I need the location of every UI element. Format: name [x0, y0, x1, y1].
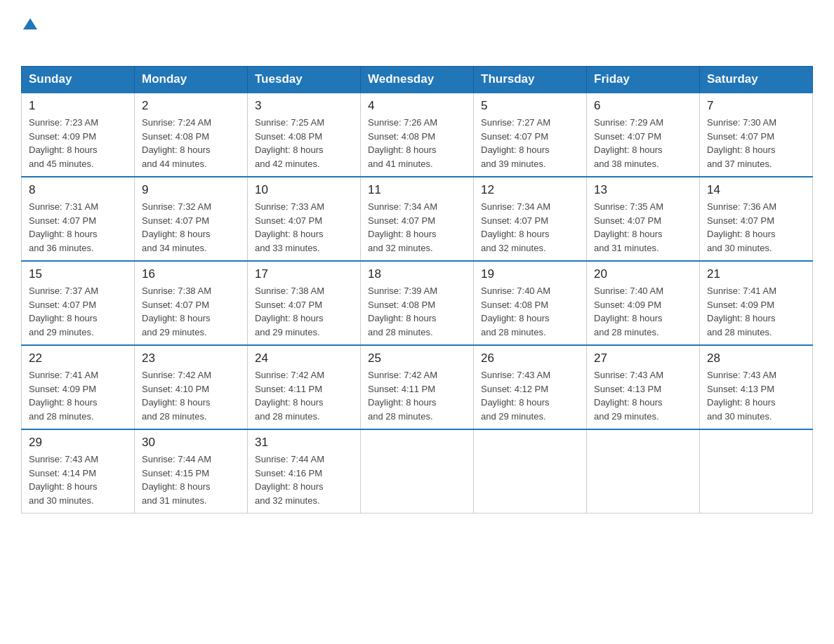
calendar-cell: 30Sunrise: 7:44 AMSunset: 4:15 PMDayligh… — [135, 429, 248, 514]
svg-marker-0 — [23, 18, 37, 29]
calendar-cell: 17Sunrise: 7:38 AMSunset: 4:07 PMDayligh… — [248, 261, 361, 345]
day-number: 29 — [29, 436, 127, 450]
day-number: 6 — [594, 99, 692, 113]
day-info: Sunrise: 7:41 AMSunset: 4:09 PMDaylight:… — [29, 368, 127, 423]
logo — [21, 14, 37, 52]
calendar-cell: 20Sunrise: 7:40 AMSunset: 4:09 PMDayligh… — [587, 261, 700, 345]
logo-triangle-icon — [23, 18, 37, 32]
calendar-cell: 29Sunrise: 7:43 AMSunset: 4:14 PMDayligh… — [22, 429, 135, 514]
calendar-cell: 28Sunrise: 7:43 AMSunset: 4:13 PMDayligh… — [700, 345, 813, 429]
day-info: Sunrise: 7:40 AMSunset: 4:08 PMDaylight:… — [481, 284, 579, 339]
day-info: Sunrise: 7:43 AMSunset: 4:12 PMDaylight:… — [481, 368, 579, 423]
calendar-cell: 21Sunrise: 7:41 AMSunset: 4:09 PMDayligh… — [700, 261, 813, 345]
day-number: 31 — [255, 436, 353, 450]
day-info: Sunrise: 7:37 AMSunset: 4:07 PMDaylight:… — [29, 284, 127, 339]
calendar-cell — [361, 429, 474, 514]
calendar-cell: 3Sunrise: 7:25 AMSunset: 4:08 PMDaylight… — [248, 93, 361, 177]
calendar-cell: 26Sunrise: 7:43 AMSunset: 4:12 PMDayligh… — [474, 345, 587, 429]
day-info: Sunrise: 7:44 AMSunset: 4:15 PMDaylight:… — [142, 452, 240, 507]
day-number: 26 — [481, 351, 579, 365]
day-info: Sunrise: 7:34 AMSunset: 4:07 PMDaylight:… — [481, 200, 579, 255]
calendar-cell: 1Sunrise: 7:23 AMSunset: 4:09 PMDaylight… — [22, 93, 135, 177]
day-number: 12 — [481, 183, 579, 197]
calendar-cell: 16Sunrise: 7:38 AMSunset: 4:07 PMDayligh… — [135, 261, 248, 345]
day-number: 17 — [255, 267, 353, 281]
day-number: 13 — [594, 183, 692, 197]
calendar-cell: 23Sunrise: 7:42 AMSunset: 4:10 PMDayligh… — [135, 345, 248, 429]
calendar-week-row: 1Sunrise: 7:23 AMSunset: 4:09 PMDaylight… — [22, 93, 813, 177]
calendar-header-row: SundayMondayTuesdayWednesdayThursdayFrid… — [22, 67, 813, 93]
calendar-cell: 13Sunrise: 7:35 AMSunset: 4:07 PMDayligh… — [587, 177, 700, 261]
day-number: 23 — [142, 351, 240, 365]
day-info: Sunrise: 7:32 AMSunset: 4:07 PMDaylight:… — [142, 200, 240, 255]
day-number: 24 — [255, 351, 353, 365]
calendar-cell: 9Sunrise: 7:32 AMSunset: 4:07 PMDaylight… — [135, 177, 248, 261]
day-info: Sunrise: 7:33 AMSunset: 4:07 PMDaylight:… — [255, 200, 353, 255]
day-number: 22 — [29, 351, 127, 365]
day-number: 20 — [594, 267, 692, 281]
weekday-header-sunday: Sunday — [22, 67, 135, 93]
calendar-cell — [474, 429, 587, 514]
day-number: 16 — [142, 267, 240, 281]
day-info: Sunrise: 7:40 AMSunset: 4:09 PMDaylight:… — [594, 284, 692, 339]
day-number: 28 — [707, 351, 805, 365]
day-number: 7 — [707, 99, 805, 113]
calendar-week-row: 22Sunrise: 7:41 AMSunset: 4:09 PMDayligh… — [22, 345, 813, 429]
calendar-cell: 2Sunrise: 7:24 AMSunset: 4:08 PMDaylight… — [135, 93, 248, 177]
calendar-cell — [587, 429, 700, 514]
day-info: Sunrise: 7:43 AMSunset: 4:13 PMDaylight:… — [594, 368, 692, 423]
day-number: 18 — [368, 267, 466, 281]
day-number: 2 — [142, 99, 240, 113]
weekday-header-saturday: Saturday — [700, 67, 813, 93]
weekday-header-thursday: Thursday — [474, 67, 587, 93]
day-info: Sunrise: 7:42 AMSunset: 4:11 PMDaylight:… — [255, 368, 353, 423]
day-number: 4 — [368, 99, 466, 113]
day-info: Sunrise: 7:43 AMSunset: 4:13 PMDaylight:… — [707, 368, 805, 423]
weekday-header-monday: Monday — [135, 67, 248, 93]
day-info: Sunrise: 7:41 AMSunset: 4:09 PMDaylight:… — [707, 284, 805, 339]
calendar-cell: 11Sunrise: 7:34 AMSunset: 4:07 PMDayligh… — [361, 177, 474, 261]
calendar-cell: 5Sunrise: 7:27 AMSunset: 4:07 PMDaylight… — [474, 93, 587, 177]
calendar-cell: 12Sunrise: 7:34 AMSunset: 4:07 PMDayligh… — [474, 177, 587, 261]
calendar-cell: 24Sunrise: 7:42 AMSunset: 4:11 PMDayligh… — [248, 345, 361, 429]
calendar-cell: 8Sunrise: 7:31 AMSunset: 4:07 PMDaylight… — [22, 177, 135, 261]
day-number: 27 — [594, 351, 692, 365]
day-info: Sunrise: 7:35 AMSunset: 4:07 PMDaylight:… — [594, 200, 692, 255]
calendar-cell: 18Sunrise: 7:39 AMSunset: 4:08 PMDayligh… — [361, 261, 474, 345]
day-info: Sunrise: 7:39 AMSunset: 4:08 PMDaylight:… — [368, 284, 466, 339]
calendar-cell: 19Sunrise: 7:40 AMSunset: 4:08 PMDayligh… — [474, 261, 587, 345]
day-info: Sunrise: 7:42 AMSunset: 4:10 PMDaylight:… — [142, 368, 240, 423]
day-info: Sunrise: 7:38 AMSunset: 4:07 PMDaylight:… — [142, 284, 240, 339]
day-number: 3 — [255, 99, 353, 113]
day-info: Sunrise: 7:29 AMSunset: 4:07 PMDaylight:… — [594, 116, 692, 170]
day-number: 30 — [142, 436, 240, 450]
calendar-cell: 25Sunrise: 7:42 AMSunset: 4:11 PMDayligh… — [361, 345, 474, 429]
calendar-week-row: 29Sunrise: 7:43 AMSunset: 4:14 PMDayligh… — [22, 429, 813, 514]
page-header — [21, 14, 813, 52]
day-info: Sunrise: 7:42 AMSunset: 4:11 PMDaylight:… — [368, 368, 466, 423]
calendar-cell: 6Sunrise: 7:29 AMSunset: 4:07 PMDaylight… — [587, 93, 700, 177]
day-number: 11 — [368, 183, 466, 197]
weekday-header-wednesday: Wednesday — [361, 67, 474, 93]
day-info: Sunrise: 7:38 AMSunset: 4:07 PMDaylight:… — [255, 284, 353, 339]
calendar-table: SundayMondayTuesdayWednesdayThursdayFrid… — [21, 66, 813, 514]
day-number: 5 — [481, 99, 579, 113]
day-info: Sunrise: 7:43 AMSunset: 4:14 PMDaylight:… — [29, 452, 127, 507]
calendar-cell: 14Sunrise: 7:36 AMSunset: 4:07 PMDayligh… — [700, 177, 813, 261]
day-info: Sunrise: 7:27 AMSunset: 4:07 PMDaylight:… — [481, 116, 579, 170]
day-info: Sunrise: 7:25 AMSunset: 4:08 PMDaylight:… — [255, 116, 353, 170]
calendar-cell: 10Sunrise: 7:33 AMSunset: 4:07 PMDayligh… — [248, 177, 361, 261]
calendar-week-row: 8Sunrise: 7:31 AMSunset: 4:07 PMDaylight… — [22, 177, 813, 261]
day-info: Sunrise: 7:26 AMSunset: 4:08 PMDaylight:… — [368, 116, 466, 170]
calendar-cell — [700, 429, 813, 514]
calendar-cell: 4Sunrise: 7:26 AMSunset: 4:08 PMDaylight… — [361, 93, 474, 177]
day-info: Sunrise: 7:44 AMSunset: 4:16 PMDaylight:… — [255, 452, 353, 507]
day-info: Sunrise: 7:31 AMSunset: 4:07 PMDaylight:… — [29, 200, 127, 255]
day-number: 14 — [707, 183, 805, 197]
day-number: 21 — [707, 267, 805, 281]
day-number: 10 — [255, 183, 353, 197]
calendar-cell: 15Sunrise: 7:37 AMSunset: 4:07 PMDayligh… — [22, 261, 135, 345]
weekday-header-friday: Friday — [587, 67, 700, 93]
day-info: Sunrise: 7:24 AMSunset: 4:08 PMDaylight:… — [142, 116, 240, 170]
calendar-cell: 27Sunrise: 7:43 AMSunset: 4:13 PMDayligh… — [587, 345, 700, 429]
